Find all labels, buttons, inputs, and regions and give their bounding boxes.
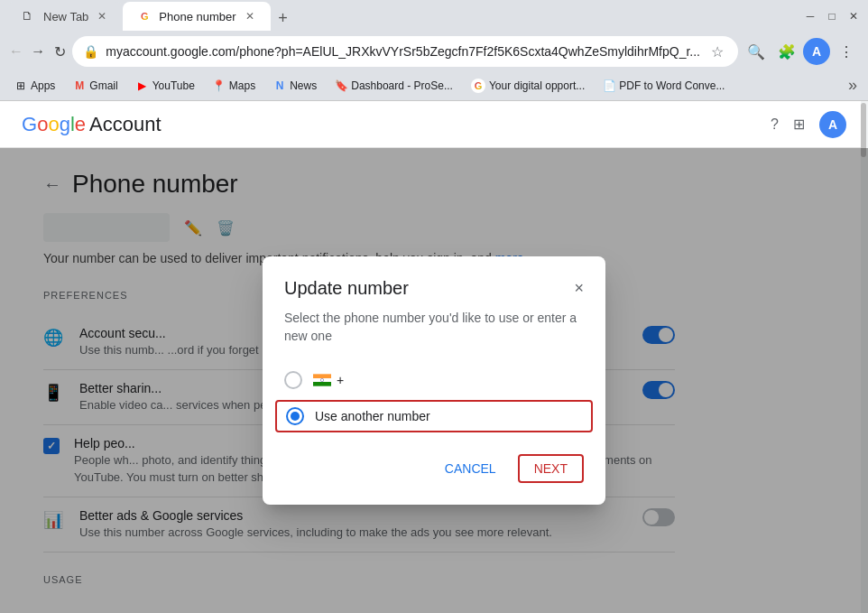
profile-avatar[interactable]: A [803, 38, 830, 65]
bookmark-dashboard[interactable]: 🔖 Dashboard - ProSe... [328, 76, 460, 96]
lock-icon: 🔒 [83, 44, 98, 59]
news-favicon: N [273, 79, 286, 92]
svg-rect-0 [313, 374, 331, 378]
page-content: Google Account ? ⊞ A ← Phone number ✏️ 🗑… [0, 101, 868, 613]
update-number-dialog: Update number × Select the phone number … [263, 256, 605, 504]
google-account-logo: Google Account [22, 113, 162, 136]
new-tab-favicon: 🗋 [22, 9, 36, 23]
another-radio-button[interactable] [286, 407, 304, 425]
phone-tab-close[interactable]: ✕ [244, 8, 256, 24]
use-another-number-option[interactable]: Use another number [275, 400, 593, 432]
svg-rect-2 [313, 382, 331, 386]
address-bar[interactable]: 🔒 myaccount.google.com/phone?ph=AElUL_JR… [72, 36, 738, 67]
bookmark-digital[interactable]: G Your digital opport... [464, 75, 592, 97]
radio-selected-indicator [291, 412, 300, 421]
bookmark-gmail[interactable]: M Gmail [66, 76, 125, 96]
more-bookmarks-button[interactable]: » [845, 72, 861, 98]
dialog-overlay: Update number × Select the phone number … [0, 148, 868, 613]
gmail-label: Gmail [89, 79, 117, 92]
bookmark-apps[interactable]: ⊞ Apps [7, 76, 62, 96]
bookmark-maps[interactable]: 📍 Maps [206, 76, 263, 96]
back-button[interactable]: ← [7, 37, 25, 66]
phone-tab-label: Phone number [159, 10, 235, 23]
existing-number-label: + [313, 373, 344, 387]
browser-chrome: 🗋 New Tab ✕ G Phone number ✕ + ─ □ ✕ ← →… [0, 0, 868, 101]
phone-tab-favicon: G [137, 9, 152, 23]
india-flag-icon [313, 374, 331, 386]
bookmark-youtube[interactable]: ▶ YouTube [129, 76, 202, 96]
dialog-header: Update number × [284, 278, 584, 299]
youtube-label: YouTube [152, 79, 195, 92]
header-actions: ? ⊞ A [771, 111, 846, 138]
address-actions: ☆ [707, 40, 727, 64]
refresh-button[interactable]: ↻ [51, 37, 69, 66]
title-bar: 🗋 New Tab ✕ G Phone number ✕ + ─ □ ✕ [0, 0, 868, 33]
account-wordmark: Account [89, 113, 162, 136]
browser-actions: 🔍 🧩 A ⋮ [742, 37, 861, 66]
pdf-label: PDF to Word Conve... [619, 79, 725, 92]
help-button[interactable]: ? [771, 116, 779, 133]
apps-label: Apps [31, 79, 55, 92]
bookmark-pdf[interactable]: 📄 PDF to Word Conve... [596, 76, 732, 96]
digital-favicon: G [471, 79, 485, 93]
menu-button[interactable]: ⋮ [832, 37, 861, 66]
new-tab-label: New Tab [43, 10, 88, 23]
main-content: ← Phone number ✏️ 🗑️ Your number can be … [0, 148, 868, 613]
extensions-button[interactable]: 🧩 [772, 37, 801, 66]
google-account-header: Google Account ? ⊞ A [0, 101, 868, 148]
svg-rect-1 [313, 378, 331, 382]
maps-favicon: 📍 [213, 79, 226, 92]
google-wordmark: Google [22, 113, 86, 136]
window-controls: ─ □ ✕ [803, 9, 861, 23]
tabs-area: 🗋 New Tab ✕ G Phone number ✕ + [7, 2, 296, 31]
existing-number-option[interactable]: + [284, 364, 584, 396]
dialog-close-button[interactable]: × [574, 279, 584, 298]
existing-radio-button[interactable] [284, 371, 302, 389]
new-tab-button[interactable]: + [271, 5, 296, 31]
pdf-favicon: 📄 [603, 79, 615, 92]
bookmarks-bar: ⊞ Apps M Gmail ▶ YouTube 📍 Maps N News 🔖… [0, 70, 868, 101]
dialog-title: Update number [284, 278, 409, 299]
minimize-button[interactable]: ─ [803, 9, 817, 23]
url-text: myaccount.google.com/phone?ph=AElUL_JRXk… [106, 44, 700, 59]
next-button[interactable]: NEXT [518, 454, 584, 483]
dialog-actions: CANCEL NEXT [284, 454, 584, 483]
dashboard-favicon: 🔖 [335, 79, 347, 92]
maximize-button[interactable]: □ [825, 9, 839, 23]
maps-label: Maps [229, 79, 255, 92]
another-number-label: Use another number [315, 409, 430, 423]
apps-favicon: ⊞ [14, 79, 27, 92]
cancel-button[interactable]: CANCEL [430, 454, 511, 483]
dashboard-label: Dashboard - ProSe... [351, 79, 453, 92]
bookmark-star-button[interactable]: ☆ [707, 40, 727, 64]
news-label: News [290, 79, 317, 92]
forward-button[interactable]: → [29, 37, 47, 66]
tab-new-tab[interactable]: 🗋 New Tab ✕ [7, 2, 123, 31]
close-button[interactable]: ✕ [846, 9, 861, 23]
apps-grid-button[interactable]: ⊞ [793, 116, 805, 133]
new-tab-close[interactable]: ✕ [96, 8, 108, 24]
gmail-favicon: M [73, 79, 86, 92]
dialog-description: Select the phone number you'd like to us… [284, 310, 584, 345]
bookmark-news[interactable]: N News [266, 76, 324, 96]
navigation-bar: ← → ↻ 🔒 myaccount.google.com/phone?ph=AE… [0, 33, 868, 70]
user-avatar[interactable]: A [819, 111, 846, 138]
youtube-favicon: ▶ [136, 79, 149, 92]
tab-phone-number[interactable]: G Phone number ✕ [123, 2, 270, 31]
search-button[interactable]: 🔍 [742, 37, 771, 66]
digital-label: Your digital opport... [489, 79, 585, 92]
